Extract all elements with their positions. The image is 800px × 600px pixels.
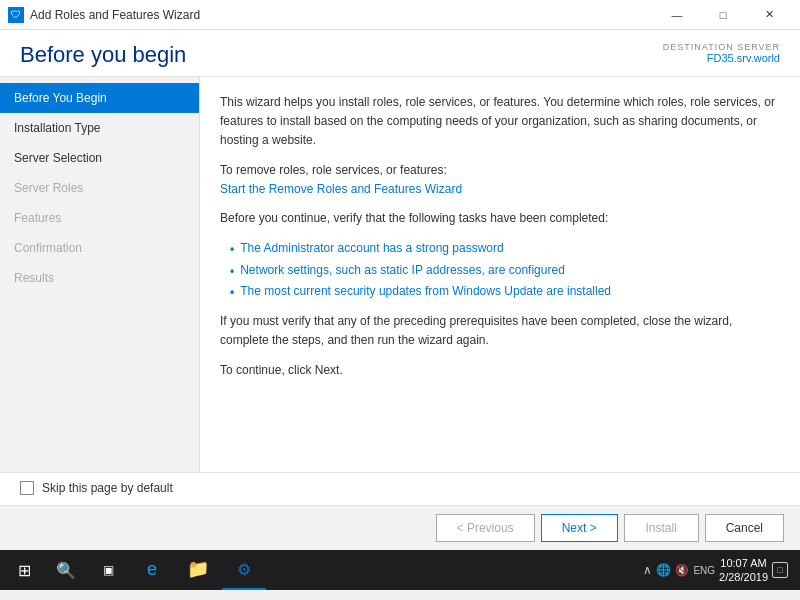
remove-roles-link[interactable]: Start the Remove Roles and Features Wiza…: [220, 182, 462, 196]
main-window: Before you begin DESTINATION SERVER FD35…: [0, 30, 800, 550]
sidebar-item-installation-type[interactable]: Installation Type: [0, 113, 199, 143]
bullet-item-2: • Network settings, such as static IP ad…: [230, 260, 780, 281]
network-icon[interactable]: 🌐: [656, 563, 671, 577]
verify-paragraph: If you must verify that any of the prece…: [220, 312, 780, 350]
previous-button[interactable]: < Previous: [436, 514, 535, 542]
sidebar-item-server-selection[interactable]: Server Selection: [0, 143, 199, 173]
close-button[interactable]: ✕: [746, 0, 792, 30]
sidebar-item-results: Results: [0, 263, 199, 293]
skip-page-container[interactable]: Skip this page by default: [20, 481, 173, 495]
bullet-dot-1: •: [230, 239, 234, 259]
title-bar-left: 🛡 Add Roles and Features Wizard: [8, 7, 200, 23]
window-title: Add Roles and Features Wizard: [30, 8, 200, 22]
maximize-button[interactable]: □: [700, 0, 746, 30]
clock-time: 10:07 AM: [719, 556, 768, 570]
minimize-button[interactable]: —: [654, 0, 700, 30]
bullet-item-1: • The Administrator account has a strong…: [230, 238, 780, 259]
title-bar: 🛡 Add Roles and Features Wizard — □ ✕: [0, 0, 800, 30]
sidebar-item-features: Features: [0, 203, 199, 233]
prerequisites-list: • The Administrator account has a strong…: [230, 238, 780, 302]
system-clock[interactable]: 10:07 AM 2/28/2019: [719, 556, 768, 585]
bullet-text-1: The Administrator account has a strong p…: [240, 238, 503, 258]
expand-tray-icon[interactable]: ∧: [643, 563, 652, 577]
explorer-taskbar-icon[interactable]: 📁: [176, 550, 220, 590]
bullet-dot-2: •: [230, 261, 234, 281]
skip-page-label: Skip this page by default: [42, 481, 173, 495]
bullet-dot-3: •: [230, 282, 234, 302]
taskbar: ⊞ 🔍 ▣ e 📁 ⚙ ∧ 🌐 🔇 ENG 10:07 AM 2/28/2019…: [0, 550, 800, 590]
destination-server-info: DESTINATION SERVER FD35.srv.world: [663, 42, 780, 64]
ie-taskbar-icon[interactable]: e: [130, 550, 174, 590]
skip-page-checkbox[interactable]: [20, 481, 34, 495]
continue-paragraph: To continue, click Next.: [220, 361, 780, 380]
main-content-panel: This wizard helps you install roles, rol…: [200, 77, 800, 472]
intro-paragraph: This wizard helps you install roles, rol…: [220, 93, 780, 151]
keyboard-icon: ENG: [693, 565, 715, 576]
sidebar-item-before-you-begin[interactable]: Before You Begin: [0, 83, 199, 113]
content-area: Before You Begin Installation Type Serve…: [0, 77, 800, 472]
notification-center-icon[interactable]: □: [772, 562, 788, 578]
task-view-button[interactable]: ▣: [88, 550, 128, 590]
volume-muted-icon[interactable]: 🔇: [675, 564, 689, 577]
window-controls: — □ ✕: [654, 0, 792, 30]
bullet-text-3: The most current security updates from W…: [240, 281, 611, 301]
button-bar: < Previous Next > Install Cancel: [0, 505, 800, 550]
verify-label: Before you continue, verify that the fol…: [220, 209, 780, 228]
destination-label: DESTINATION SERVER: [663, 42, 780, 52]
sidebar: Before You Begin Installation Type Serve…: [0, 77, 200, 472]
remove-prefix: To remove roles, role services, or featu…: [220, 161, 780, 199]
taskbar-right: ∧ 🌐 🔇 ENG 10:07 AM 2/28/2019 □: [643, 556, 796, 585]
sidebar-item-server-roles: Server Roles: [0, 173, 199, 203]
destination-name: FD35.srv.world: [663, 52, 780, 64]
cancel-button[interactable]: Cancel: [705, 514, 784, 542]
sidebar-item-confirmation: Confirmation: [0, 233, 199, 263]
bullet-item-3: • The most current security updates from…: [230, 281, 780, 302]
server-manager-taskbar-icon[interactable]: ⚙: [222, 550, 266, 590]
taskbar-left: ⊞ 🔍 ▣ e 📁 ⚙: [4, 550, 266, 590]
install-button[interactable]: Install: [624, 514, 699, 542]
search-button[interactable]: 🔍: [46, 550, 86, 590]
bullet-text-2: Network settings, such as static IP addr…: [240, 260, 565, 280]
page-title: Before you begin: [20, 42, 186, 68]
clock-date: 2/28/2019: [719, 570, 768, 584]
start-button[interactable]: ⊞: [4, 550, 44, 590]
app-icon: 🛡: [8, 7, 24, 23]
panel-footer: Skip this page by default: [0, 472, 800, 505]
system-tray: ∧ 🌐 🔇 ENG: [643, 563, 715, 577]
window-header: Before you begin DESTINATION SERVER FD35…: [0, 30, 800, 77]
next-button[interactable]: Next >: [541, 514, 618, 542]
